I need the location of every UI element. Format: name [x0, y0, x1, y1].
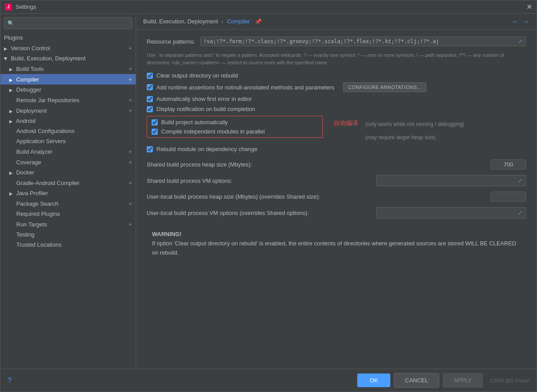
sidebar-label-testing: Testing: [16, 231, 34, 238]
plus-remote-jar[interactable]: +: [129, 96, 132, 104]
cancel-button[interactable]: CANCEL: [394, 373, 439, 388]
checkbox-label-compile-parallel[interactable]: Compile independent modules in parallel: [161, 128, 265, 135]
ok-button[interactable]: OK: [357, 374, 390, 387]
sidebar-label-remote-jar: Remote Jar Repositories: [16, 97, 79, 104]
sidebar-label-version-control: Version Control: [11, 45, 50, 52]
expand-arrow-version-control: ▶: [4, 46, 7, 51]
chinese-label-inline: 自动编译: [333, 118, 358, 129]
plus-version-control[interactable]: +: [129, 44, 132, 52]
sidebar-label-trusted-locations: Trusted Locations: [16, 241, 62, 248]
sidebar-item-remote-jar[interactable]: Remote Jar Repositories +: [0, 95, 136, 105]
checkbox-label-clear-output[interactable]: Clear output directory on rebuild: [156, 72, 238, 79]
plus-gradle-android[interactable]: +: [129, 179, 132, 186]
note-build-auto-inline: (only works while not running / debuggin…: [365, 118, 464, 131]
settings-window: J Settings ✕ 🔍 Plugins ▶ Version Control…: [0, 0, 537, 392]
plus-build-analyzer[interactable]: +: [129, 148, 132, 155]
plus-run-targets[interactable]: +: [129, 221, 132, 228]
sidebar-label-deployment: Deployment: [16, 107, 47, 114]
sidebar-item-version-control[interactable]: ▶ Version Control +: [0, 43, 136, 53]
sidebar-item-android-configs[interactable]: Android Configurations: [0, 126, 136, 136]
search-container: 🔍: [4, 17, 132, 29]
plus-coverage[interactable]: +: [129, 159, 132, 166]
content-area: 🔍 Plugins ▶ Version Control + ▶ Build, E…: [0, 14, 537, 369]
checkbox-rebuild-module[interactable]: [147, 146, 153, 152]
checkbox-row-compile-parallel: Compile independent modules in parallel: [152, 128, 318, 135]
sidebar-label-required-plugins: Required Plugins: [16, 211, 60, 217]
sidebar-item-debugger[interactable]: ▶ Debugger: [0, 85, 136, 95]
expand-arrow-android: ▶: [9, 119, 13, 124]
sidebar-item-coverage[interactable]: Coverage +: [0, 157, 136, 167]
close-button[interactable]: ✕: [526, 3, 532, 11]
sidebar-item-package-search[interactable]: Package Search +: [0, 198, 136, 209]
user-vm-input[interactable]: ⤢: [376, 207, 526, 218]
shared-heap-input[interactable]: [491, 159, 526, 170]
user-heap-size-row: User-local build process heap size (Mbyt…: [147, 192, 526, 202]
help-icon[interactable]: ?: [7, 377, 11, 385]
sidebar-item-build-execution-deployment[interactable]: ▶ Build, Execution, Deployment: [0, 53, 136, 63]
checkbox-label-build-automatically[interactable]: Build project automatically: [161, 119, 228, 126]
search-input[interactable]: [4, 17, 132, 29]
checkbox-build-automatically[interactable]: [152, 119, 158, 126]
checkbox-label-runtime-assertions[interactable]: Add runtime assertions for notnull-annot…: [156, 84, 334, 91]
sidebar-item-gradle-android[interactable]: Gradle-Android Compiler +: [0, 178, 136, 188]
apply-button[interactable]: APPLY: [443, 373, 483, 388]
sidebar-item-java-profiler[interactable]: ▶ Java Profiler: [0, 188, 136, 198]
sidebar-label-debugger: Debugger: [16, 86, 41, 93]
user-vm-options-row: User-local build process VM options (ove…: [147, 207, 526, 218]
sidebar-label-compiler: Compiler: [16, 76, 39, 83]
shared-vm-label: Shared build process VM options:: [147, 178, 371, 184]
resource-patterns-label: Resource patterns:: [147, 38, 195, 45]
checkbox-row-display-notification: Display notification on build completion: [147, 106, 526, 112]
sidebar-item-trusted-locations[interactable]: Trusted Locations: [0, 240, 136, 250]
checkbox-compile-parallel[interactable]: [152, 129, 158, 135]
expand-arrow-deployment: ▶: [9, 109, 13, 114]
highlight-wrapper: Build project automatically Compile inde…: [147, 116, 526, 142]
sidebar-item-build-tools[interactable]: ▶ Build Tools +: [0, 63, 136, 74]
nav-buttons: ← →: [512, 18, 530, 26]
breadcrumb-current: Compiler: [227, 18, 250, 25]
plus-build-tools[interactable]: +: [129, 65, 132, 72]
resource-patterns-hint: Use ; to separate patterns and ! to nega…: [147, 52, 526, 66]
plus-package-search[interactable]: +: [129, 200, 132, 207]
expand-shared-vm-icon[interactable]: ⤢: [518, 178, 522, 184]
sidebar-item-deployment[interactable]: ▶ Deployment +: [0, 105, 136, 116]
checkbox-display-notification[interactable]: [147, 106, 153, 112]
sidebar-label-bed: Build, Execution, Deployment: [11, 55, 86, 62]
configure-annotations-button[interactable]: CONFIGURE ANNOTATIONS...: [343, 82, 426, 92]
resource-patterns-input[interactable]: !va;!?*.form;!?*.class;!?*.groovy;!?*.sc…: [200, 37, 526, 46]
shared-heap-label: Shared build process heap size (Mbytes):: [147, 161, 485, 168]
checkbox-label-rebuild-module[interactable]: Rebuild module on dependency change: [156, 146, 257, 152]
sidebar-item-testing[interactable]: Testing: [0, 229, 136, 240]
checkbox-label-show-first-error[interactable]: Automatically show first error in editor: [156, 96, 252, 102]
nav-back-button[interactable]: ←: [512, 18, 519, 26]
checkbox-clear-output[interactable]: [147, 73, 153, 79]
pin-icon[interactable]: 📌: [255, 18, 262, 25]
sidebar-item-plugins[interactable]: Plugins: [0, 33, 136, 43]
user-heap-input[interactable]: [491, 192, 526, 202]
sidebar-item-required-plugins[interactable]: Required Plugins: [0, 209, 136, 219]
sidebar-item-build-analyzer[interactable]: Build Analyzer +: [0, 146, 136, 157]
plus-deployment[interactable]: +: [129, 107, 132, 114]
checkbox-label-display-notification[interactable]: Display notification on build completion: [156, 106, 255, 112]
sidebar-label-application-servers: Application Servers: [16, 138, 66, 144]
expand-user-vm-icon[interactable]: ⤢: [518, 210, 522, 216]
watermark: CSDN @Q Dream: [490, 378, 530, 383]
sidebar-item-android[interactable]: ▶ Android: [0, 116, 136, 126]
warning-text-content: If option 'Clear output directory on reb…: [152, 240, 516, 256]
expand-arrow-debugger: ▶: [9, 88, 13, 92]
expand-resource-patterns-button[interactable]: ⤢: [518, 38, 523, 44]
checkbox-runtime-assertions[interactable]: [147, 84, 153, 90]
checkbox-row-build-automatically: Build project automatically: [152, 119, 318, 126]
checkbox-row-runtime-assertions: Add runtime assertions for notnull-annot…: [147, 82, 526, 92]
expand-arrow-docker: ▶: [9, 170, 13, 175]
shared-vm-input[interactable]: ⤢: [376, 175, 526, 186]
warning-box: WARNING! If option 'Clear output directo…: [147, 226, 526, 263]
sidebar-item-application-servers[interactable]: Application Servers: [0, 136, 136, 146]
sidebar-item-docker[interactable]: ▶ Docker: [0, 167, 136, 178]
checkbox-row-clear-output: Clear output directory on rebuild: [147, 72, 526, 79]
plus-compiler[interactable]: +: [129, 76, 132, 83]
checkbox-show-first-error[interactable]: [147, 96, 153, 102]
sidebar-item-run-targets[interactable]: Run Targets +: [0, 219, 136, 229]
sidebar-item-compiler[interactable]: ▶ Compiler +: [0, 74, 136, 85]
nav-forward-button[interactable]: →: [522, 18, 530, 26]
